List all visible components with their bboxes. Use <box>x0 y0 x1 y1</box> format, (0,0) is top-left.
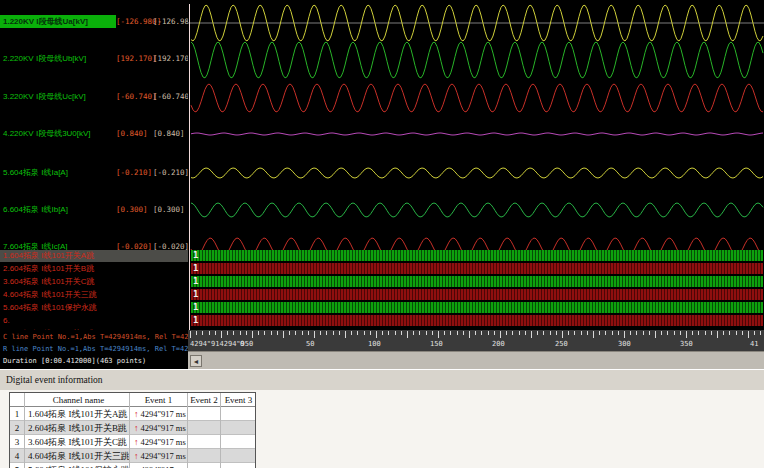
channel-label: 2.604拓泉 I线101开关B跳 <box>3 263 94 275</box>
digital-state-bar: 1 <box>191 302 763 313</box>
channel-label: 1.604拓泉 I线101开关A跳 <box>3 250 94 262</box>
digital-channel-row[interactable]: 4.604拓泉 I线101开关三跳 <box>0 289 188 301</box>
digital-event-table: Channel nameEvent 1Event 2Event 311.604拓… <box>9 392 256 468</box>
state-value-flag: 1 <box>193 302 198 313</box>
event-channel-name: 2.604拓泉 I线101开关B跳 <box>25 421 130 435</box>
ruler-tick <box>339 331 340 335</box>
scroll-left-arrow-icon[interactable]: ◄ <box>190 355 202 367</box>
event-channel-name: 4.604拓泉 I线101开关三跳 <box>25 449 130 463</box>
ruler-tick <box>729 331 730 335</box>
digital-channel-row[interactable]: 2.604拓泉 I线101开关B跳 <box>0 263 188 275</box>
event-channel-name: 3.604拓泉 I线101开关C跳 <box>25 435 130 449</box>
ruler-tick-label: 100 <box>368 340 381 348</box>
event3-cell <box>221 421 256 435</box>
ruler-tick <box>395 331 396 335</box>
ruler-tick <box>432 331 433 335</box>
analog-channel-row[interactable]: 5.604拓泉 I线Ia[A][-0.210][-0.210] <box>0 166 188 179</box>
ruler-tick <box>475 331 476 335</box>
event3-cell <box>221 449 256 463</box>
event-up-arrow-icon: ↑ <box>130 437 141 447</box>
ruler-tick <box>376 331 377 338</box>
ruler-tick <box>674 331 675 335</box>
event3-cell <box>221 435 256 449</box>
ruler-tick <box>556 331 557 335</box>
digital-channel-row[interactable]: 5.604拓泉 I线101保护永跳 <box>0 302 188 314</box>
ruler-tick <box>680 331 681 335</box>
header-channel-name: Channel name <box>25 393 130 407</box>
analog-channel-row[interactable]: 6.604拓泉 I线Ib[A][0.300][0.300] <box>0 203 188 216</box>
digital-channel-row[interactable]: 6. <box>0 315 188 327</box>
ruler-tick-label: 0 <box>240 340 244 348</box>
state-value-flag: 1 <box>193 276 198 287</box>
ruler-tick <box>481 331 482 335</box>
state-value-flag: 1 <box>193 263 198 274</box>
event-row-number: 4 <box>10 449 25 463</box>
ruler-tick <box>587 331 588 335</box>
digital-state-bar: 1 <box>191 315 763 326</box>
digital-state-bar: 1 <box>191 276 763 287</box>
event2-cell <box>188 435 221 449</box>
ruler-tick <box>320 331 321 335</box>
channel-label: 4.220KV I段母线3U0[kV] <box>3 127 91 140</box>
analog-channel-row[interactable]: 4.220KV I段母线3U0[kV][0.840][0.840] <box>0 127 188 140</box>
event3-cell <box>221 463 256 468</box>
header-event3: Event 3 <box>221 393 256 407</box>
digital-channel-row[interactable]: 3.604拓泉 I线101开关C跳 <box>0 276 188 288</box>
analog-channel-row[interactable]: 3.220KV I段母线Uc[kV][-60.740][-60.740] <box>0 90 188 103</box>
ruler-tick <box>612 331 613 335</box>
analog-channel-row[interactable]: 2.220KV I段母线Ub[kV][192.170][192.170] <box>0 52 188 65</box>
digital-channel-row[interactable]: 1.604拓泉 I线101开关A跳 <box>0 250 188 262</box>
event2-cell <box>188 407 221 421</box>
time-cursor-line[interactable] <box>189 4 190 330</box>
ruler-tick <box>692 331 693 335</box>
ruler-tick <box>252 331 253 338</box>
ruler-tick <box>314 331 315 338</box>
channel-label: 1.220KV I段母线Ua[kV] <box>3 15 88 28</box>
ruler-tick <box>308 331 309 335</box>
ruler-tick <box>574 331 575 335</box>
event2-cell <box>188 421 221 435</box>
ruler-tick <box>413 331 414 335</box>
ruler-tick <box>605 331 606 335</box>
channel-list-pane: 1.220KV I段母线Ua[kV][-126.980][-126.980]2.… <box>0 0 188 330</box>
ruler-tick <box>240 331 241 335</box>
time-axis-ruler[interactable]: 4294"914294"95005010015020025030035041 <box>188 330 764 351</box>
event-row-number: 2 <box>10 421 25 435</box>
ruler-tick <box>351 331 352 335</box>
fault-recorder-window: 111111 1.220KV I段母线Ua[kV][-126.980][-126… <box>0 0 764 468</box>
horizontal-scrollbar[interactable]: ◄ <box>188 351 764 369</box>
cursor-value: [-60.740] <box>116 90 157 103</box>
channel-label: 4.604拓泉 I线101开关三跳 <box>3 289 97 301</box>
ruler-tick <box>221 331 222 338</box>
ruler-tick <box>401 331 402 335</box>
event-row-number: 1 <box>10 407 25 421</box>
cursor-value: [0.840] <box>116 127 148 140</box>
event-row-number: 5 <box>10 463 25 468</box>
event-time: 4294"917 ms <box>141 423 186 433</box>
ruler-tick <box>463 331 464 335</box>
ruler-tick <box>543 331 544 335</box>
cursor-value: [0.300] <box>153 203 185 216</box>
ruler-tick-label: 250 <box>555 340 568 348</box>
event-table-row[interactable]: 11.604拓泉 I线101开关A跳↑4294"917 ms <box>10 407 255 421</box>
event-table-row[interactable]: 33.604拓泉 I线101开关C跳↑4294"917 ms <box>10 435 255 449</box>
ruler-tick <box>550 331 551 335</box>
ruler-tick <box>326 331 327 335</box>
ruler-tick <box>246 331 247 335</box>
event-channel-name: 1.604拓泉 I线101开关A跳 <box>25 407 130 421</box>
event-table-row[interactable]: 44.604拓泉 I线101开关三跳↑4294"917 ms <box>10 449 255 463</box>
ruler-tick <box>289 331 290 335</box>
analog-channel-row[interactable]: 1.220KV I段母线Ua[kV][-126.980][-126.980] <box>0 15 188 28</box>
ruler-tick-label: 300 <box>618 340 631 348</box>
ruler-tick <box>500 331 501 338</box>
event1-cell: ↑4294"917 ms <box>130 435 188 449</box>
channel-label: 5.604拓泉 I线101保护永跳 <box>3 302 97 314</box>
ruler-tick <box>364 331 365 335</box>
ruler-tick <box>717 331 718 338</box>
section-title: Digital event information <box>6 375 103 385</box>
ruler-tick <box>494 331 495 335</box>
event-table-row[interactable]: 55.604拓泉 I线101保护永跳↑4294"917 ms <box>10 463 255 468</box>
ruler-tick <box>686 331 687 338</box>
ruler-tick <box>382 331 383 335</box>
event-table-row[interactable]: 22.604拓泉 I线101开关B跳↑4294"917 ms <box>10 421 255 435</box>
